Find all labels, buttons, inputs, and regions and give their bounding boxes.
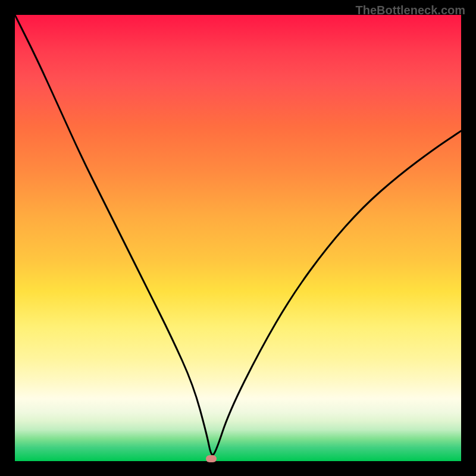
curve-svg: [15, 15, 461, 461]
chart-frame: TheBottleneck.com: [0, 0, 476, 476]
watermark-text: TheBottleneck.com: [356, 4, 465, 17]
bottleneck-curve-path: [15, 15, 461, 455]
plot-area: [15, 15, 461, 461]
optimal-marker: [206, 455, 217, 462]
